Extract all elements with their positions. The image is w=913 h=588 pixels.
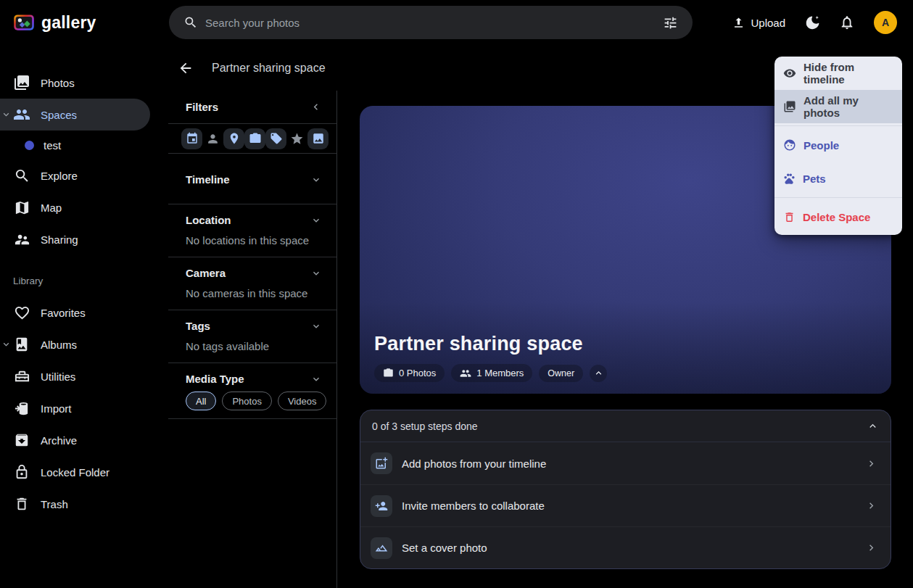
members-count-badge: 1 Members (451, 364, 532, 382)
members-icon (460, 368, 471, 379)
setup-steps-title: 0 of 3 setup steps done (372, 421, 478, 432)
sidebar-item-label: Map (41, 202, 62, 214)
media-type-photos[interactable]: Photos (222, 392, 271, 410)
theme-toggle-button[interactable] (804, 15, 820, 30)
sidebar-subitem-test[interactable]: test (0, 131, 168, 160)
filter-person-button[interactable] (202, 128, 223, 149)
sidebar-item-label: Albums (41, 339, 77, 351)
media-type-section-header[interactable]: Media Type (186, 371, 322, 387)
app-logo[interactable]: gallery (13, 12, 96, 33)
camera-empty-text: No cameras in this space (186, 286, 322, 302)
filter-tag-button[interactable] (265, 128, 286, 149)
photos-count-badge: 0 Photos (374, 364, 445, 382)
chevron-up-icon (867, 420, 879, 432)
location-empty-text: No locations in this space (186, 233, 322, 249)
upload-button[interactable]: Upload (732, 16, 785, 30)
chevron-up-icon (593, 368, 604, 378)
setup-step-add-photos[interactable]: Add photos from your timeline (360, 442, 891, 484)
sidebar-item-label: Archive (41, 434, 77, 447)
eye-icon (783, 67, 796, 80)
tune-icon (663, 15, 678, 30)
media-type-all[interactable]: All (186, 392, 216, 410)
sidebar-item-albums[interactable]: Albums (0, 328, 168, 360)
owner-chip: Owner (539, 365, 583, 382)
menu-item-label: Pets (803, 173, 826, 185)
hero-collapse-button[interactable] (590, 365, 607, 382)
sidebar-item-label: Import (41, 402, 72, 415)
location-section-header[interactable]: Location (186, 212, 322, 228)
chevron-down-icon (310, 215, 322, 226)
sidebar-item-archive[interactable]: Archive (0, 424, 168, 456)
menu-item-label: People (803, 139, 839, 152)
timeline-section-header[interactable]: Timeline (186, 172, 322, 188)
setup-step-invite-members[interactable]: Invite members to collaborate (360, 484, 891, 526)
filter-star-button[interactable] (286, 128, 307, 149)
upload-label: Upload (751, 17, 785, 29)
back-button[interactable] (177, 59, 194, 77)
sharing-icon (13, 231, 30, 248)
map-icon (13, 199, 30, 216)
filter-camera-button[interactable] (244, 128, 265, 149)
tags-section-header[interactable]: Tags (186, 318, 322, 334)
menu-item-delete-space[interactable]: Delete Space (774, 200, 902, 233)
sidebar-item-spaces[interactable]: Spaces (0, 99, 150, 131)
sidebar-item-map[interactable]: Map (0, 191, 168, 223)
chevron-down-icon[interactable] (1, 339, 12, 350)
filter-image-button[interactable] (307, 128, 329, 149)
photo-library-icon (783, 100, 796, 113)
setup-steps-panel: 0 of 3 setup steps done Add photos from … (360, 410, 891, 569)
chevron-down-icon[interactable] (1, 109, 12, 120)
import-icon (13, 399, 30, 417)
notifications-button[interactable] (839, 15, 855, 30)
gallery-logo-icon (13, 12, 35, 33)
sidebar-item-sharing[interactable]: Sharing (0, 223, 168, 255)
sidebar-item-label: Explore (41, 170, 78, 182)
menu-item-pets[interactable]: Pets (774, 162, 902, 195)
filter-section-camera: Camera No cameras in this space (168, 257, 336, 310)
divider (168, 418, 336, 419)
menu-item-hide-from-timeline[interactable]: Hide from timeline (774, 57, 902, 90)
location-icon (228, 132, 241, 145)
chevron-down-icon (310, 320, 322, 332)
menu-item-add-all-my-photos[interactable]: Add all my photos (774, 90, 902, 123)
setup-step-set-cover[interactable]: Set a cover photo (360, 526, 891, 568)
page-title: Partner sharing space (212, 62, 326, 75)
person-icon (206, 132, 220, 146)
setup-step-label: Add photos from your timeline (402, 457, 865, 470)
menu-item-people[interactable]: People (774, 128, 902, 162)
filters-title: Filters (186, 101, 218, 113)
tags-empty-text: No tags available (186, 339, 322, 355)
filter-calendar-button[interactable] (181, 128, 202, 149)
filters-collapse-button[interactable] (310, 101, 322, 113)
camera-section-header[interactable]: Camera (186, 265, 322, 281)
search-input[interactable] (205, 17, 658, 29)
face-icon (783, 138, 796, 152)
sidebar-item-photos[interactable]: Photos (0, 67, 168, 99)
space-badges: 0 Photos 1 Members Owner (374, 364, 607, 382)
camera-icon (383, 368, 394, 378)
menu-item-label: Delete Space (803, 211, 870, 223)
media-type-title: Media Type (186, 371, 244, 387)
sidebar-item-locked-folder[interactable]: Locked Folder (0, 456, 168, 488)
sidebar-item-favorites[interactable]: Favorites (0, 297, 168, 328)
sidebar-item-import[interactable]: Import (0, 392, 168, 424)
space-color-dot (25, 141, 34, 150)
search-bar[interactable] (169, 6, 693, 39)
setup-steps-header[interactable]: 0 of 3 setup steps done (360, 410, 891, 442)
sidebar-item-explore[interactable]: Explore (0, 160, 168, 191)
filter-section-timeline: Timeline (168, 154, 336, 204)
filter-location-button[interactable] (223, 128, 244, 149)
lock-icon (13, 463, 30, 481)
sidebar-item-utilities[interactable]: Utilities (0, 360, 168, 392)
account-avatar[interactable]: A (874, 11, 897, 34)
search-filters-button[interactable] (658, 10, 682, 35)
sidebar-item-trash[interactable]: Trash (0, 488, 168, 520)
paw-icon (783, 173, 796, 185)
tag-icon (270, 132, 283, 145)
heart-icon (13, 304, 30, 321)
timeline-title: Timeline (186, 172, 230, 188)
media-type-videos[interactable]: Videos (278, 392, 327, 410)
calendar-icon (186, 132, 199, 145)
mountain-icon (371, 537, 392, 559)
camera-icon (249, 132, 262, 145)
